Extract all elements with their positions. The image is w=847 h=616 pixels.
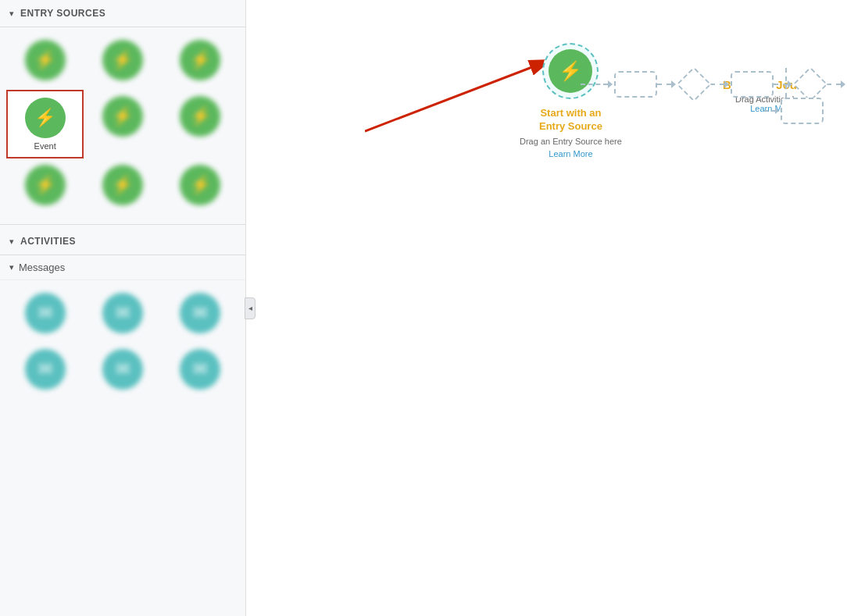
message-icon-3: ✉: [180, 293, 220, 333]
list-item[interactable]: ⚡: [162, 158, 239, 215]
list-item[interactable]: ⚡: [6, 34, 84, 90]
message-icon-2: ✉: [102, 293, 143, 333]
connector-line-3: [710, 84, 724, 85]
list-item[interactable]: ⚡: [84, 90, 161, 158]
activities-chevron: ▾: [9, 237, 14, 247]
branch-h-arrow: [775, 108, 779, 114]
list-item[interactable]: ✉: [6, 287, 84, 343]
flow-node-1[interactable]: [614, 71, 657, 98]
entry-source-title-line2: Entry Source: [520, 120, 622, 134]
entry-source-zone[interactable]: ⚡ Start with an Entry Source Drag an Ent…: [520, 43, 622, 160]
list-item[interactable]: ✉: [162, 287, 239, 343]
list-item[interactable]: ⚡: [6, 158, 84, 215]
sidebar: ▾ ENTRY SOURCES ⚡ ⚡ ⚡ ⚡ Event ⚡ ⚡: [0, 0, 246, 616]
connector-arrow-2: [671, 80, 676, 88]
list-item[interactable]: ✉: [162, 343, 239, 399]
message-icon-1: ✉: [25, 293, 66, 333]
connector-line-2: [657, 84, 671, 85]
connector-arrow-3: [724, 80, 729, 88]
activities-section[interactable]: ▾ ACTIVITIES: [0, 228, 245, 255]
message-icon-6: ✉: [180, 349, 220, 390]
flow-node-diamond-wrap: [677, 68, 710, 101]
entry-source-icon-2: ⚡: [102, 40, 143, 80]
event-label: Event: [34, 141, 56, 151]
entry-source-title-line1: Start with an: [520, 107, 622, 120]
entry-source-subtitle: Drag an Entry Source here: [520, 137, 622, 146]
collapse-icon: ◂: [248, 304, 252, 312]
branch-horizontal: [764, 98, 824, 124]
message-icon-5: ✉: [102, 349, 143, 390]
connector-line-5: [827, 84, 841, 85]
activities-label: ACTIVITIES: [20, 236, 76, 247]
list-item[interactable]: ✉: [84, 343, 161, 399]
messages-label: Messages: [19, 262, 65, 273]
entry-sources-grid: ⚡ ⚡ ⚡ ⚡ Event ⚡ ⚡ ⚡ ⚡: [0, 27, 245, 221]
entry-source-learn-more-link[interactable]: Learn More: [549, 149, 592, 158]
messages-grid: ✉ ✉ ✉ ✉ ✉ ✉: [0, 280, 245, 405]
entry-sources-chevron: ▾: [9, 9, 14, 19]
entry-source-icon-6: ⚡: [180, 96, 220, 137]
connector-line-1: [581, 84, 608, 85]
sidebar-collapse-button[interactable]: ◂: [245, 297, 256, 319]
event-item[interactable]: ⚡ Event: [6, 90, 84, 158]
entry-source-icon-3: ⚡: [180, 40, 220, 80]
list-item[interactable]: ⚡: [84, 158, 161, 215]
message-icon-4: ✉: [25, 349, 66, 390]
entry-source-icon-9: ⚡: [180, 165, 220, 205]
entry-source-text: Start with an Entry Source Drag an Entry…: [520, 107, 622, 160]
list-item[interactable]: ⚡: [162, 90, 239, 158]
list-item[interactable]: ✉: [6, 343, 84, 399]
list-item[interactable]: ⚡: [162, 34, 239, 90]
main-canvas: ⚡ Start with an Entry Source Drag an Ent…: [246, 0, 847, 616]
entry-sources-label: ENTRY SOURCES: [20, 8, 105, 19]
entry-source-icon-1: ⚡: [25, 40, 66, 80]
connector-arrow-1: [608, 80, 613, 88]
entry-source-icon-5: ⚡: [102, 96, 143, 137]
messages-section[interactable]: ▾ Messages: [0, 255, 245, 280]
branch-vert-connector: [785, 68, 787, 98]
branch-node-rect[interactable]: [781, 98, 824, 124]
list-item[interactable]: ✉: [84, 287, 161, 343]
branch-area: [764, 68, 824, 124]
entry-source-icon-8: ⚡: [102, 165, 143, 205]
entry-sources-section[interactable]: ▾ ENTRY SOURCES: [0, 0, 245, 27]
messages-chevron: ▾: [9, 262, 14, 272]
flow-node-2[interactable]: [676, 66, 711, 101]
event-icon: ⚡: [25, 98, 66, 138]
list-item[interactable]: ⚡: [84, 34, 161, 90]
branch-h-line: [764, 110, 775, 112]
entry-source-icon-7: ⚡: [25, 165, 66, 205]
connector-arrow-5: [841, 80, 845, 88]
